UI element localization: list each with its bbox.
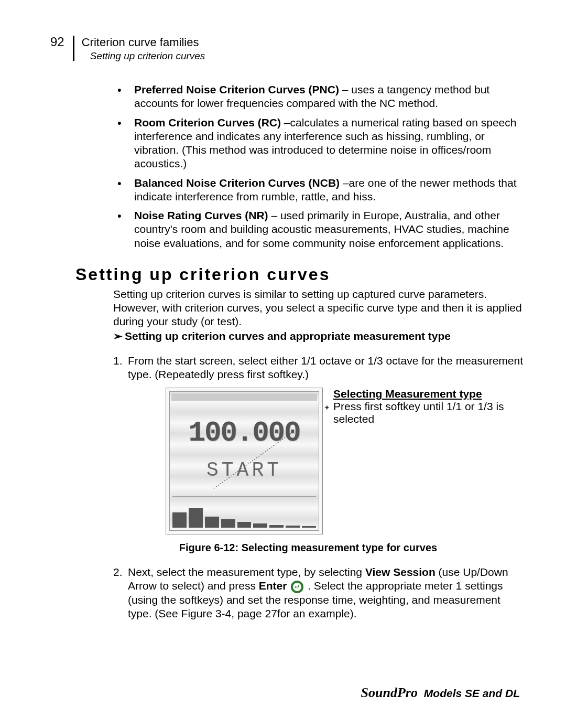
procedure-title-text: Setting up criterion curves and appropri… bbox=[125, 330, 451, 342]
step-number: 1. bbox=[113, 354, 123, 368]
procedure-title: ➢Setting up criterion curves and appropr… bbox=[113, 330, 524, 342]
section-heading: Setting up criterion curves bbox=[75, 265, 524, 284]
figure-callout: ✦ Selecting Measurement type Press first… bbox=[333, 388, 517, 425]
bullet-item-ncb: Balanced Noise Criterion Curves (NCB) –a… bbox=[113, 176, 524, 204]
step-number: 2. bbox=[113, 565, 123, 579]
step-1: 1. From the start screen, select either … bbox=[113, 354, 524, 382]
figure-caption: Figure 6-12: Selecting measurement type … bbox=[92, 542, 524, 554]
device-start-label: START bbox=[166, 459, 322, 481]
bullet-item-nr: Noise Rating Curves (NR) – used primaril… bbox=[113, 209, 524, 250]
header-divider bbox=[73, 36, 74, 61]
brand-models: Models SE and DL bbox=[424, 687, 520, 699]
enter-key-icon bbox=[291, 581, 303, 593]
device-screenshot: 100.000 START bbox=[166, 388, 323, 534]
step-text: From the start screen, select either 1/1… bbox=[128, 355, 523, 380]
footer-brand: SoundPro Models SE and DL bbox=[361, 685, 520, 701]
bullet-strong: Preferred Noise Criterion Curves (PNC) bbox=[134, 83, 339, 95]
procedure-steps: 1. From the start screen, select either … bbox=[113, 354, 524, 382]
procedure-steps-2: 2. Next, select the measurement type, by… bbox=[113, 565, 524, 620]
callout-arrow-icon: ✦ bbox=[324, 403, 330, 412]
bullet-strong: Room Criterion Curves (RC) bbox=[134, 116, 281, 129]
bullet-strong: Balanced Noise Criterion Curves (NCB) bbox=[134, 177, 340, 189]
device-bar-graph bbox=[172, 496, 316, 528]
criterion-bullets: Preferred Noise Criterion Curves (PNC) –… bbox=[113, 83, 524, 250]
page-number: 92 bbox=[50, 35, 64, 49]
step2-bold2: Enter bbox=[259, 580, 287, 592]
chevron-right-icon: ➢ bbox=[113, 330, 123, 342]
step-2: 2. Next, select the measurement type, by… bbox=[113, 565, 524, 620]
section-intro: Setting up criterion curves is similar t… bbox=[113, 287, 524, 329]
header-title: Criterion curve families bbox=[82, 36, 205, 49]
page-header: 92 Criterion curve families Setting up c… bbox=[50, 36, 524, 62]
bullet-strong: Noise Rating Curves (NR) bbox=[134, 209, 268, 221]
callout-body: Press first softkey until 1/1 or 1/3 is … bbox=[333, 400, 517, 425]
step2-bold1: View Session bbox=[365, 566, 436, 578]
callout-title: Selecting Measurement type bbox=[333, 388, 517, 400]
device-reading: 100.000 bbox=[166, 417, 322, 449]
brand-logo: SoundPro bbox=[361, 685, 418, 700]
header-text-block: Criterion curve families Setting up crit… bbox=[82, 36, 205, 62]
bullet-item-pnc: Preferred Noise Criterion Curves (PNC) –… bbox=[113, 83, 524, 111]
device-top-band bbox=[171, 393, 317, 401]
header-subtitle: Setting up criterion curves bbox=[90, 50, 205, 62]
figure-row: 100.000 START ✦ Selecting Measurement ty… bbox=[166, 388, 524, 534]
bullet-item-rc: Room Criterion Curves (RC) –calculates a… bbox=[113, 116, 524, 171]
step2-pre: Next, select the measurement type, by se… bbox=[128, 566, 365, 578]
main-content: Preferred Noise Criterion Curves (PNC) –… bbox=[113, 83, 524, 620]
